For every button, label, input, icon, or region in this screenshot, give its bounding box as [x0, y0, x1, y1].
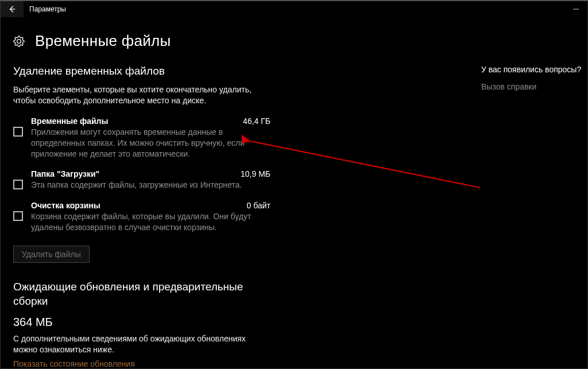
recycle-row: Очистка корзины 0 байт Корзина содержит …	[13, 201, 270, 233]
minimize-button[interactable]	[564, 1, 587, 17]
window-title: Параметры	[29, 5, 66, 13]
back-button[interactable]	[1, 1, 24, 17]
main-column: Удаление временных файлов Выберите элеме…	[1, 61, 270, 368]
temp-files-body: Временные файлы 46,4 ГБ Приложения могут…	[31, 116, 270, 160]
pending-info: С дополнительными сведениями об ожидающи…	[13, 333, 270, 356]
titlebar: Параметры	[1, 1, 587, 17]
recycle-size: 0 байт	[247, 201, 270, 210]
recycle-title: Очистка корзины	[31, 201, 100, 210]
temp-section-desc: Выберите элементы, которые вы хотите око…	[13, 84, 270, 106]
downloads-size: 10,9 МБ	[241, 169, 270, 178]
recycle-desc: Корзина содержит файлы, которые вы удали…	[31, 211, 270, 233]
downloads-body: Папка "Загрузки" 10,9 МБ Эта папка содер…	[31, 169, 270, 191]
delete-files-button[interactable]: Удалить файлы	[13, 246, 90, 263]
temp-files-size: 46,4 ГБ	[243, 116, 270, 126]
recycle-body: Очистка корзины 0 байт Корзина содержит …	[31, 201, 270, 233]
downloads-desc: Эта папка содержит файлы, загруженные из…	[31, 180, 270, 191]
temp-files-checkbox[interactable]	[13, 127, 23, 137]
page-header: Временные файлы	[1, 17, 587, 61]
content-row: Удаление временных файлов Выберите элеме…	[1, 61, 587, 368]
temp-files-row: Временные файлы 46,4 ГБ Приложения могут…	[13, 116, 270, 160]
pending-section-title: Ожидающие обновления и предварительные с…	[13, 280, 270, 308]
temp-files-desc: Приложения могут сохранять временные дан…	[31, 127, 270, 160]
arrow-left-icon	[8, 5, 16, 13]
downloads-checkbox[interactable]	[13, 180, 23, 189]
downloads-row: Папка "Загрузки" 10,9 МБ Эта папка содер…	[13, 169, 270, 191]
help-link[interactable]: Вызов справки	[481, 82, 576, 91]
temp-files-title: Временные файлы	[31, 116, 108, 126]
side-column: У вас появились вопросы? Вызов справки	[481, 61, 587, 91]
pending-link[interactable]: Показать состояние обновления	[13, 359, 270, 368]
side-heading: У вас появились вопросы?	[481, 65, 576, 74]
temp-section-title: Удаление временных файлов	[13, 65, 270, 77]
settings-window: Параметры Временные файлы Удаление време…	[0, 0, 588, 369]
recycle-checkbox[interactable]	[13, 211, 23, 221]
gear-icon	[13, 36, 25, 47]
downloads-title: Папка "Загрузки"	[31, 169, 99, 178]
page-title: Временные файлы	[35, 32, 171, 50]
minimize-icon	[573, 6, 579, 12]
pending-size: 364 МБ	[13, 316, 270, 329]
window-controls	[564, 1, 587, 17]
